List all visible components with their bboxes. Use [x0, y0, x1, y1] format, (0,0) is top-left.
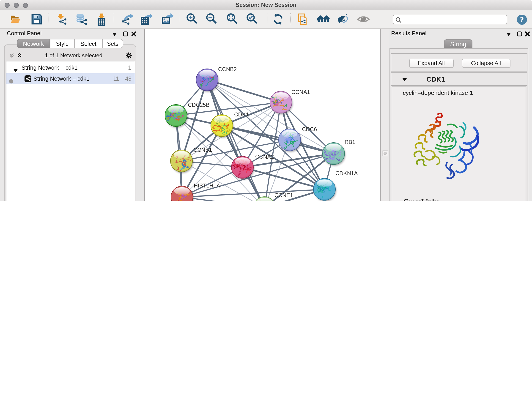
svg-text:?: ?	[520, 15, 524, 24]
svg-text:CDK1: CDK1	[234, 111, 249, 117]
svg-text:CCNB1: CCNB1	[193, 147, 212, 153]
svg-text:RB1: RB1	[344, 139, 355, 145]
svg-text:HIST1H1A: HIST1H1A	[194, 182, 220, 188]
svg-text:CCNE1: CCNE1	[274, 192, 293, 198]
svg-text:CCNB2: CCNB2	[218, 66, 236, 72]
svg-text:CCNA2: CCNA2	[255, 153, 273, 160]
svg-text:CDC6: CDC6	[302, 126, 317, 132]
svg-text:CDC25B: CDC25B	[188, 102, 209, 108]
svg-text:CCNA1: CCNA1	[291, 89, 310, 95]
svg-text:CDKN1A: CDKN1A	[335, 170, 357, 176]
